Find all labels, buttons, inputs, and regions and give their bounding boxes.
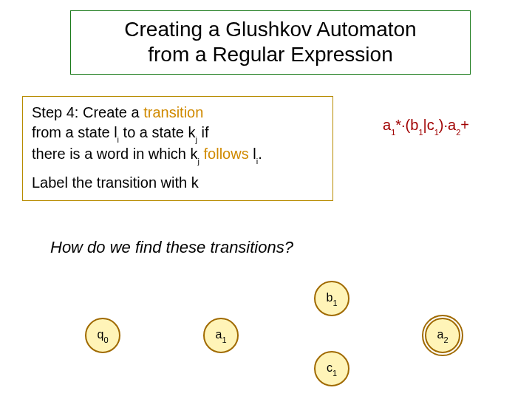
step-line-2: from a state li to a state kj if	[32, 123, 324, 144]
state-a2-accepting: a2	[425, 318, 460, 353]
question-text: How do we find these transitions?	[50, 238, 293, 257]
follows-word: follows	[200, 146, 249, 162]
state-b1: b1	[314, 281, 349, 316]
step-label-line: Label the transition with k	[32, 173, 324, 193]
state-c1: c1	[314, 351, 349, 386]
state-a1: a1	[203, 318, 239, 353]
automaton-diagram: q0 a1 b1 c1 a2	[0, 277, 532, 395]
step-description-box: Step 4: Create a transition from a state…	[22, 96, 333, 201]
step-line-3: there is a word in which kj follows li.	[32, 144, 324, 166]
transition-word: transition	[143, 104, 203, 120]
state-q0: q0	[85, 318, 120, 353]
title-line-2: from a Regular Expression	[148, 43, 392, 66]
step-line-1: Step 4: Create a transition	[32, 103, 324, 123]
slide-title: Creating a Glushkov Automaton from a Reg…	[70, 10, 471, 75]
regex-expression: a1*·(b1|c1)·a2+	[383, 117, 469, 135]
title-line-1: Creating a Glushkov Automaton	[124, 18, 416, 41]
